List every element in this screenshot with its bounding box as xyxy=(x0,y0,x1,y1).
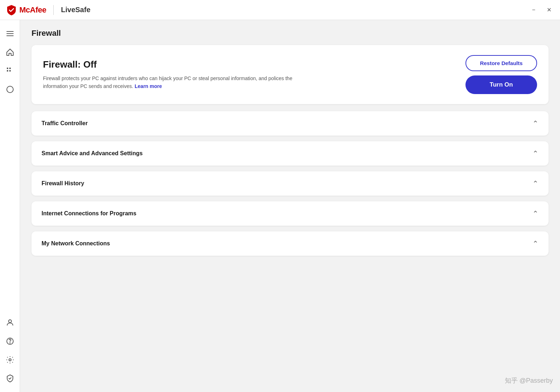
section-card-internet-connections[interactable]: Internet Connections for Programs ⌃ xyxy=(32,201,549,226)
sidebar-item-settings[interactable] xyxy=(2,352,18,368)
window-controls: − ✕ xyxy=(529,6,554,14)
svg-point-11 xyxy=(9,359,11,361)
firewall-actions: Restore Defaults Turn On xyxy=(465,55,537,94)
minimize-button[interactable]: − xyxy=(529,6,538,14)
section-title-smart-advice: Smart Advice and Advanced Settings xyxy=(42,150,143,157)
svg-point-8 xyxy=(9,320,11,323)
chevron-up-icon-network-connections: ⌃ xyxy=(532,239,539,248)
firewall-status-card: Firewall: Off Firewall protects your PC … xyxy=(32,45,549,104)
mcafee-shield-icon xyxy=(6,4,17,16)
sidebar-item-account[interactable] xyxy=(2,315,18,330)
section-title-traffic-controller: Traffic Controller xyxy=(42,120,88,127)
brand-name: McAfee xyxy=(19,5,46,15)
turn-on-button[interactable]: Turn On xyxy=(465,75,537,94)
sidebar-item-status[interactable] xyxy=(2,82,18,97)
section-title-internet-connections: Internet Connections for Programs xyxy=(42,210,136,217)
firewall-description-text: Firewall protects your PC against intrud… xyxy=(43,75,292,89)
section-card-network-connections[interactable]: My Network Connections ⌃ xyxy=(32,231,549,256)
firewall-status-title: Firewall: Off xyxy=(43,59,454,70)
page-title: Firewall xyxy=(32,29,549,38)
learn-more-link[interactable]: Learn more xyxy=(135,83,162,89)
close-button[interactable]: ✕ xyxy=(544,6,554,14)
restore-defaults-button[interactable]: Restore Defaults xyxy=(465,55,537,71)
svg-rect-6 xyxy=(9,70,11,72)
sidebar-item-help[interactable] xyxy=(2,333,18,349)
sidebar-bottom xyxy=(2,315,18,386)
section-title-firewall-history: Firewall History xyxy=(42,180,84,187)
firewall-description: Firewall protects your PC against intrud… xyxy=(43,74,294,90)
section-title-network-connections: My Network Connections xyxy=(42,240,110,247)
svg-point-10 xyxy=(10,343,10,343)
svg-rect-3 xyxy=(7,68,8,69)
sidebar-item-menu[interactable] xyxy=(2,26,18,41)
chevron-up-icon-internet-connections: ⌃ xyxy=(532,209,539,218)
chevron-up-icon-traffic-controller: ⌃ xyxy=(532,119,539,128)
sidebar-item-home[interactable] xyxy=(2,44,18,60)
app-body: Firewall Firewall: Off Firewall protects… xyxy=(0,20,560,392)
mcafee-logo: McAfee xyxy=(6,4,46,16)
chevron-up-icon-smart-advice: ⌃ xyxy=(532,149,539,158)
svg-rect-5 xyxy=(7,70,8,72)
section-card-traffic-controller[interactable]: Traffic Controller ⌃ xyxy=(32,111,549,136)
product-name: LiveSafe xyxy=(61,6,90,14)
svg-point-7 xyxy=(7,86,13,93)
section-card-firewall-history[interactable]: Firewall History ⌃ xyxy=(32,171,549,196)
sidebar xyxy=(0,20,20,392)
svg-rect-4 xyxy=(9,68,11,69)
section-cards: Traffic Controller ⌃ Smart Advice and Ad… xyxy=(32,111,549,256)
main-content: Firewall Firewall: Off Firewall protects… xyxy=(20,20,560,392)
firewall-info: Firewall: Off Firewall protects your PC … xyxy=(43,59,454,90)
chevron-up-icon-firewall-history: ⌃ xyxy=(532,179,539,188)
sidebar-item-protection[interactable] xyxy=(2,371,18,386)
section-card-smart-advice[interactable]: Smart Advice and Advanced Settings ⌃ xyxy=(32,141,549,166)
logo-divider xyxy=(53,5,54,15)
title-bar: McAfee LiveSafe − ✕ xyxy=(0,0,560,20)
logo-area: McAfee LiveSafe xyxy=(6,4,91,16)
sidebar-item-apps[interactable] xyxy=(2,63,18,79)
